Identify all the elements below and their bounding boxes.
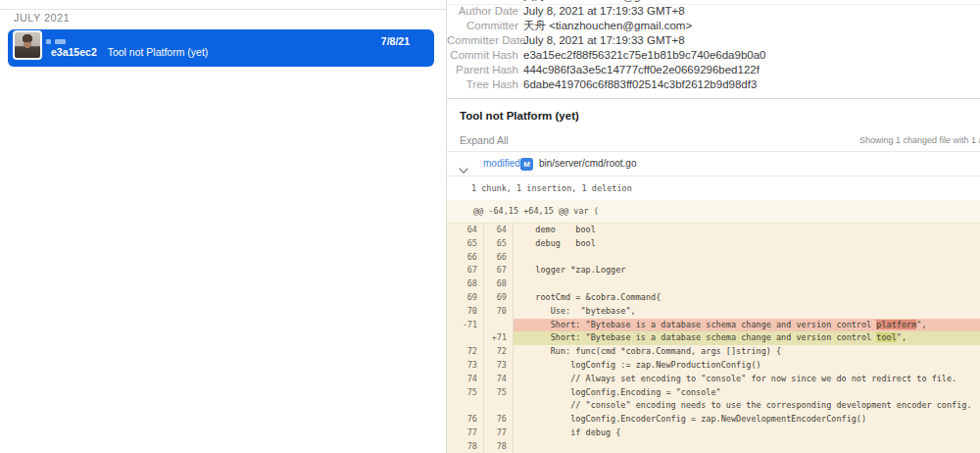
diff-row: 7878 <box>447 440 980 453</box>
word-diff-highlight: tool <box>876 332 896 342</box>
diff-line-text: Short: "Bytebase is a database schema ch… <box>514 331 980 345</box>
line-number-old: 78 <box>447 440 484 453</box>
redacted-author-name <box>55 39 66 44</box>
commit-summary: e3a15ec2 Tool not Platform (yet) <box>51 46 208 58</box>
file-header-row[interactable]: modified M bin/server/cmd/root.go <box>447 151 980 176</box>
commit-short-hash: e3a15ec2 <box>51 46 97 58</box>
diff-row: 6969 rootCmd = &cobra.Command{ <box>447 291 980 305</box>
diff-row: // "console" encoding needs to use the c… <box>447 399 980 413</box>
line-number-new: 66 <box>484 251 514 265</box>
diff-row: 6464 demo bool <box>447 224 980 237</box>
diff-line-text: if debug { <box>514 427 980 440</box>
diff-line-text: // "console" encoding needs to use the c… <box>514 399 980 413</box>
diff-line-text: demo bool <box>514 224 980 237</box>
line-number-new: 64 <box>484 224 514 237</box>
section-divider <box>447 98 980 99</box>
commit-message-title: Tool not Platform (yet) <box>460 110 579 122</box>
diff-line-text: // Always set encoding to "console" for … <box>514 373 980 386</box>
line-number-new <box>484 399 514 413</box>
diff-line-text <box>514 440 980 453</box>
line-number-new: 67 <box>484 264 514 277</box>
hunk-header: @@ -64,15 +64,15 @@ var ( <box>447 200 980 224</box>
detail-value: 6dabe419706c6f883ff02514c3bf2612b9d98df3 <box>523 77 757 92</box>
detail-label: Commit Hash <box>447 48 518 63</box>
diff-row: 6565 debug bool <box>447 237 980 251</box>
line-number-old: 73 <box>447 359 484 373</box>
expand-all-button[interactable]: Expand All <box>460 134 509 146</box>
line-number-old: 77 <box>447 427 484 440</box>
details-row: Parent Hash444c986f3a3e5c14777cff0e2e066… <box>447 63 980 77</box>
diff-line-text <box>514 251 980 265</box>
git-client-window: JULY 2021 7/8/21 e3a15ec2 Tool not Platf… <box>0 0 980 453</box>
diff-row: 7373 logConfig := zap.NewProductionConfi… <box>447 359 980 373</box>
line-number-old: 66 <box>447 251 484 265</box>
line-number-old: 72 <box>447 345 484 359</box>
diff-line-text: logConfig.EncoderConfig = zap.NewDevelop… <box>514 413 980 427</box>
chevron-down-icon[interactable] <box>459 161 468 168</box>
line-number-new: 73 <box>484 359 514 373</box>
line-number-new: 77 <box>484 427 514 440</box>
line-number-new: 70 <box>484 305 514 319</box>
line-number-new: 68 <box>484 277 514 291</box>
diff-row: 7575 logConfig.Encoding = "console" <box>447 386 980 400</box>
line-number-new: 72 <box>484 345 514 359</box>
details-row: Author DateJuly 8, 2021 at 17:19:33 GMT+… <box>447 4 980 19</box>
line-number-new: 75 <box>484 386 514 400</box>
detail-label: Author Date <box>447 4 518 19</box>
diff-row: 6868 <box>447 277 980 291</box>
avatar <box>13 30 42 60</box>
commit-list-item-selected[interactable]: 7/8/21 e3a15ec2 Tool not Platform (yet) <box>8 29 434 67</box>
word-diff-highlight: platform <box>876 320 916 329</box>
file-path: bin/server/cmd/root.go <box>539 158 637 169</box>
diff-row: 7777 if debug { <box>447 427 980 440</box>
chunk-stats: 1 chunk, 1 insertion, 1 deletion <box>447 176 980 200</box>
line-number-old: 70 <box>447 305 484 319</box>
line-number-new: 69 <box>484 291 514 305</box>
commit-list-panel[interactable]: JULY 2021 7/8/21 e3a15ec2 Tool not Platf… <box>0 0 446 453</box>
line-number-old: 75 <box>447 386 484 400</box>
detail-value: 天舟 <tianzhouchen@gmail.com> <box>523 19 692 33</box>
line-number-old: -71 <box>447 319 484 332</box>
diff-row: +71 Short: "Bytebase is a database schem… <box>447 331 980 345</box>
commit-details-panel[interactable]: Author天舟 <tianzhouchen@gmail.com>Author … <box>446 0 980 453</box>
diff-lines: 6464 demo bool6565 debug bool66666767 lo… <box>447 224 980 453</box>
diff-row: 7272 Run: func(cmd *cobra.Command, args … <box>447 345 980 359</box>
commit-metadata: Author天舟 <tianzhouchen@gmail.com>Author … <box>447 0 980 92</box>
diff-line-text: Short: "Bytebase is a database schema ch… <box>514 319 980 332</box>
line-number-old <box>447 331 484 345</box>
line-number-old: 74 <box>447 373 484 386</box>
changed-files-summary: Showing 1 changed file with 1 addition a… <box>859 135 980 145</box>
redacted-author-name <box>46 39 51 44</box>
line-number-old <box>447 399 484 413</box>
diff-line-text <box>514 277 980 291</box>
diff-line-text: logConfig.Encoding = "console" <box>514 386 980 400</box>
line-number-new: +71 <box>484 331 514 345</box>
diff-line-text: Use: "bytebase", <box>514 305 980 319</box>
diff-line-text: debug bool <box>514 237 980 251</box>
details-row: Tree Hash6dabe419706c6f883ff02514c3bf261… <box>447 77 980 92</box>
line-number-new: 65 <box>484 237 514 251</box>
diff-line-text: logConfig := zap.NewProductionConfig() <box>514 359 980 373</box>
detail-value: July 8, 2021 at 17:19:33 GMT+8 <box>523 4 685 19</box>
section-divider <box>0 9 446 10</box>
detail-value: e3a15ec2f88f56321c75e1b81b9c740e6da9b0a0 <box>523 48 766 63</box>
diff-view: @@ -64,15 +64,15 @@ var ( 6464 demo bool… <box>447 200 980 453</box>
line-number-old: 76 <box>447 413 484 427</box>
diff-line-text: rootCmd = &cobra.Command{ <box>514 291 980 305</box>
line-number-old: 64 <box>447 224 484 237</box>
detail-label: Committer <box>447 19 518 33</box>
line-number-new: 78 <box>484 440 514 453</box>
diff-row: 7070 Use: "bytebase", <box>447 305 980 319</box>
line-number-new: 76 <box>484 413 514 427</box>
line-number-new <box>484 319 514 332</box>
commit-message: Tool not Platform (yet) <box>108 46 209 58</box>
details-row: Committer DateJuly 8, 2021 at 17:19:33 G… <box>447 33 980 48</box>
modified-badge: M <box>520 158 533 171</box>
line-number-old: 67 <box>447 264 484 277</box>
detail-value: 444c986f3a3e5c14777cff0e2e0669296bed122f <box>523 63 760 77</box>
detail-value: July 8, 2021 at 17:19:33 GMT+8 <box>523 33 685 48</box>
details-row: Commit Hashe3a15ec2f88f56321c75e1b81b9c7… <box>447 48 980 63</box>
detail-label: Committer Date <box>447 33 518 48</box>
diff-row: 7676 logConfig.EncoderConfig = zap.NewDe… <box>447 413 980 427</box>
commit-group-header: JULY 2021 <box>14 12 70 24</box>
